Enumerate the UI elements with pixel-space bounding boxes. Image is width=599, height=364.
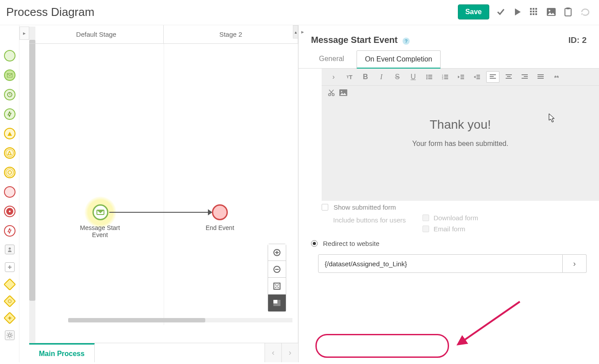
rte-align-center-icon[interactable] — [502, 71, 515, 83]
panel-collapse-icon[interactable]: ▸ — [301, 29, 304, 35]
redirect-label: Redirect to website — [323, 240, 380, 247]
minimap-button[interactable] — [268, 295, 286, 311]
undo-icon[interactable] — [580, 7, 590, 17]
help-icon[interactable]: ? — [403, 38, 410, 45]
svg-rect-39 — [476, 77, 480, 77]
svg-point-27 — [426, 78, 428, 80]
checkbox-show-submitted[interactable] — [322, 204, 328, 211]
svg-rect-3 — [530, 11, 532, 12]
start-node-label: Message Start Event — [73, 224, 127, 238]
show-submitted-row[interactable]: Show submitted form — [299, 201, 599, 214]
svg-point-56 — [341, 91, 342, 92]
grid-icon[interactable] — [529, 7, 540, 17]
zoom-controls — [268, 244, 286, 312]
page-title: Process Diagram — [6, 5, 94, 19]
svg-rect-20 — [274, 283, 280, 289]
rte-toolbar-row2 — [322, 86, 599, 100]
save-button[interactable]: Save — [458, 4, 489, 19]
svg-rect-48 — [524, 76, 528, 77]
include-buttons-label: Include buttons for users — [333, 216, 406, 224]
message-start-event-node[interactable] — [92, 204, 108, 220]
rte-outdent-icon[interactable] — [454, 71, 468, 83]
zoom-fit-button[interactable] — [268, 278, 286, 295]
svg-rect-40 — [476, 78, 480, 79]
end-event-node[interactable] — [212, 204, 228, 220]
rte-align-left-icon[interactable] — [486, 71, 499, 83]
palette-error-event[interactable] — [4, 225, 15, 237]
play-icon[interactable] — [512, 7, 523, 17]
rte-cut-icon[interactable] — [328, 89, 335, 96]
rte-align-right-icon[interactable] — [518, 71, 531, 83]
palette-intermediate-2[interactable] — [4, 147, 15, 159]
palette-timer-event[interactable] — [4, 89, 15, 100]
rte-bold-icon[interactable]: B — [359, 71, 372, 83]
stage-column-1[interactable]: Default Stage — [29, 25, 164, 43]
svg-rect-51 — [538, 76, 544, 77]
palette-gateway-2[interactable] — [3, 295, 15, 307]
svg-rect-44 — [506, 74, 512, 75]
svg-rect-11 — [565, 8, 571, 16]
svg-rect-7 — [533, 13, 534, 15]
validate-icon[interactable] — [495, 7, 506, 17]
svg-point-15 — [8, 171, 12, 174]
rte-bullets-icon[interactable] — [422, 71, 436, 83]
zoom-in-button[interactable] — [268, 244, 286, 261]
palette-start-event[interactable] — [4, 50, 15, 61]
rte-underline-icon[interactable]: U — [407, 71, 420, 83]
rte-expand-icon[interactable]: › — [327, 71, 340, 83]
palette-user-task[interactable] — [5, 245, 15, 254]
tab-main-process[interactable]: Main Process — [29, 343, 95, 362]
redirect-radio-row[interactable]: Redirect to website — [299, 233, 599, 252]
rte-editor[interactable]: Thank you! Your form has been submitted. — [322, 100, 599, 201]
palette-gateway-1[interactable] — [3, 278, 15, 291]
rte-align-justify-icon[interactable] — [534, 71, 547, 83]
palette-intermediate-timer[interactable] — [4, 167, 15, 178]
rte-body: Your form has been submitted. — [330, 140, 590, 148]
stage-column-2[interactable]: Stage 2 — [164, 25, 298, 43]
palette-terminate-event[interactable] — [4, 206, 15, 217]
svg-rect-35 — [461, 75, 464, 76]
rte-image-icon[interactable] — [339, 89, 347, 96]
column-divider — [164, 44, 164, 325]
horizontal-scrollbar-thumb[interactable] — [68, 318, 205, 322]
rte-italic-icon[interactable]: I — [375, 71, 388, 83]
tab-nav-next[interactable]: › — [281, 343, 298, 362]
rte-indent-icon[interactable] — [470, 71, 484, 83]
image-icon[interactable] — [546, 7, 557, 17]
rte-fontsize-icon[interactable]: TT — [343, 71, 356, 83]
palette-subprocess[interactable] — [5, 262, 15, 272]
stage-header: Default Stage Stage 2 — [29, 25, 298, 44]
palette-settings-icon[interactable] — [5, 330, 15, 340]
palette-signal-event[interactable] — [4, 108, 15, 120]
rte-numbers-icon[interactable]: 123 — [438, 71, 452, 83]
end-node-label: End Event — [193, 224, 246, 231]
clipboard-icon[interactable] — [563, 7, 573, 17]
zoom-out-button[interactable] — [268, 261, 286, 278]
palette-end-event[interactable] — [4, 186, 15, 198]
svg-rect-42 — [490, 76, 494, 77]
redirect-browse-button[interactable]: › — [563, 254, 587, 273]
horizontal-scrollbar[interactable] — [68, 318, 292, 322]
rte-link-icon[interactable] — [550, 71, 563, 83]
rte-strike-icon[interactable]: S — [391, 71, 404, 83]
palette-gateway-3[interactable]: + — [3, 312, 15, 324]
svg-point-10 — [549, 10, 550, 11]
scroll-up-button[interactable]: ▴ — [293, 25, 298, 38]
annotation-highlight — [315, 334, 449, 358]
palette-intermediate-1[interactable] — [4, 128, 15, 139]
redirect-url-input[interactable] — [318, 254, 563, 273]
svg-rect-6 — [530, 13, 532, 15]
svg-rect-50 — [538, 74, 544, 75]
checkbox-email-form — [422, 226, 429, 232]
sequence-flow[interactable] — [109, 212, 211, 213]
diagram-canvas[interactable]: Message Start Event End Event — [29, 44, 298, 343]
svg-point-17 — [8, 334, 11, 337]
svg-point-16 — [8, 248, 11, 250]
tab-nav-prev[interactable]: ‹ — [265, 343, 281, 362]
tab-on-event-completion[interactable]: On Event Completion — [357, 50, 441, 69]
svg-rect-1 — [533, 8, 534, 10]
radio-redirect[interactable] — [311, 240, 318, 247]
props-title: Message Start Event ? — [311, 35, 410, 45]
palette-message-event[interactable] — [4, 69, 15, 81]
tab-general[interactable]: General — [311, 50, 352, 68]
